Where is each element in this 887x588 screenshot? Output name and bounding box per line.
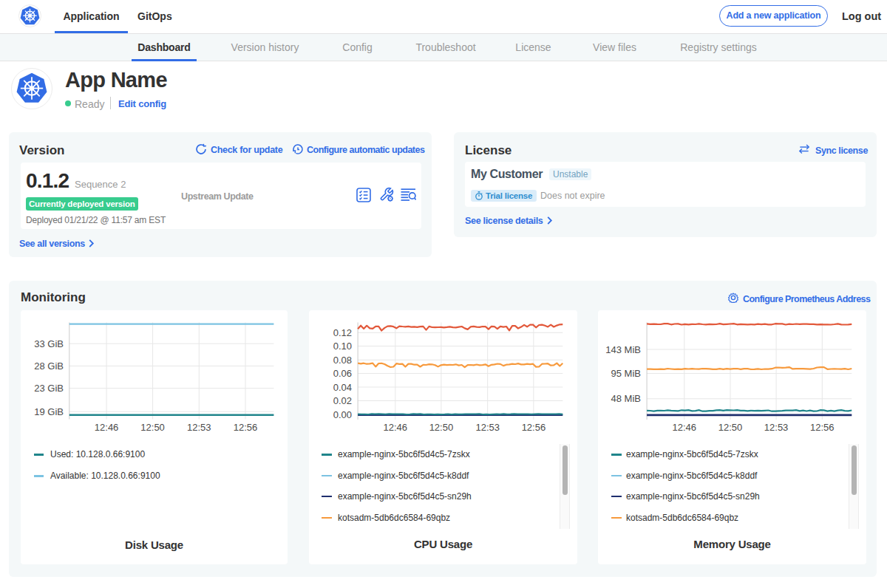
svg-text:143 MiB: 143 MiB [605, 344, 641, 355]
svg-text:23 GiB: 23 GiB [34, 383, 64, 394]
svg-text:12:50: 12:50 [718, 422, 743, 433]
svg-text:12:53: 12:53 [187, 422, 211, 433]
svg-text:12:46: 12:46 [673, 422, 697, 433]
svg-text:48 MiB: 48 MiB [611, 393, 641, 404]
svg-text:0.08: 0.08 [333, 355, 352, 366]
svg-text:19 GiB: 19 GiB [34, 406, 64, 417]
svg-text:12:50: 12:50 [140, 422, 165, 433]
svg-text:12:50: 12:50 [429, 422, 454, 433]
svg-text:0.00: 0.00 [333, 409, 352, 420]
svg-text:12:46: 12:46 [95, 422, 119, 433]
svg-text:0.06: 0.06 [333, 368, 352, 379]
svg-text:0.02: 0.02 [333, 395, 352, 406]
svg-text:12:46: 12:46 [384, 422, 408, 433]
svg-text:12:53: 12:53 [764, 422, 789, 433]
svg-text:12:56: 12:56 [522, 422, 546, 433]
svg-text:33 GiB: 33 GiB [34, 338, 64, 349]
svg-text:95 MiB: 95 MiB [611, 368, 641, 379]
svg-text:0.10: 0.10 [333, 341, 352, 352]
svg-text:12:56: 12:56 [234, 422, 258, 433]
svg-text:0.04: 0.04 [333, 382, 352, 393]
svg-text:12:53: 12:53 [475, 422, 500, 433]
svg-text:28 GiB: 28 GiB [34, 360, 64, 372]
svg-text:12:56: 12:56 [810, 422, 835, 433]
svg-text:0.12: 0.12 [333, 327, 352, 338]
